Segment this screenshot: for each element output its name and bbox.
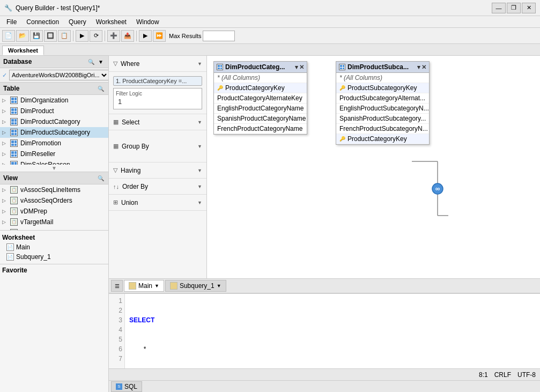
table-item-dimproductcategory[interactable]: ▷ DimProductCategory <box>0 116 108 127</box>
table-icon-dimproductsubcat <box>10 128 18 137</box>
t1-productcategorykey[interactable]: 🔑 ProductCategoryKey <box>214 83 307 93</box>
toolbar-exec[interactable]: ▶ <box>139 30 152 42</box>
t1-englishname[interactable]: EnglishProductCategoryName <box>214 103 307 114</box>
having-dropdown-icon[interactable]: ▼ <box>197 168 202 173</box>
menu-worksheet[interactable]: Worksheet <box>92 17 131 27</box>
select-dropdown-icon[interactable]: ▼ <box>197 120 202 125</box>
table-item-dimreseller[interactable]: ▷ DimReseller <box>0 149 108 159</box>
view-item-vassocseqlineitems[interactable]: ▷ 📋 vAssocSeqLineItems <box>0 184 108 195</box>
left-panel: Database 🔍 ▼ ✓ AdventureWorksDW2008BigOr… <box>0 56 109 392</box>
minimize-button[interactable]: — <box>492 3 506 13</box>
table-item-dimpromotion[interactable]: ▷ DimPromotion <box>0 138 108 149</box>
sql-list-icon[interactable]: ☰ <box>111 280 123 292</box>
menu-connection[interactable]: Connection <box>22 17 63 27</box>
table-header-dimproductsubcategory: DimProductSubca... ▾ ✕ <box>336 62 429 73</box>
ws-icon-subquery: 📄 <box>6 253 14 261</box>
subquery-tab-dropdown[interactable]: ▼ <box>217 283 221 289</box>
subquery-tab-icon <box>170 282 177 290</box>
select-clause-item[interactable]: ▦ Select ▼ <box>109 114 206 130</box>
sql-tab-subquery1[interactable]: Subquery_1 ▼ <box>165 280 226 292</box>
table-close-t1[interactable]: ✕ <box>299 64 304 71</box>
sql-text-area[interactable]: SELECT * FROM [AdventureWorksDW2008BigOr… <box>125 294 540 368</box>
diagram-area: ∞ DimProductCateg... ▾ ✕ <box>207 56 540 278</box>
groupby-dropdown-icon[interactable]: ▼ <box>197 144 202 149</box>
table-collapse-t2[interactable]: ▾ <box>417 64 420 71</box>
table-collapse-t1[interactable]: ▾ <box>295 64 298 71</box>
t1-alternatekey[interactable]: ProductCategoryAlternateKey <box>214 93 307 103</box>
view-item-vassocseqorders[interactable]: ▷ 📋 vAssocSeqOrders <box>0 195 108 206</box>
tab-worksheet[interactable]: Worksheet <box>2 46 44 55</box>
sql-editor: 1 2 3 4 5 6 7 SELECT * FROM [AdventureWo… <box>109 293 540 368</box>
orderby-clause-item[interactable]: ↑↓ Order By ▼ <box>109 179 206 195</box>
toolbar-open[interactable]: 📂 <box>16 30 29 42</box>
t2-productsubcategorykey[interactable]: 🔑 ProductSubcategoryKey <box>336 83 429 93</box>
table-name-dimreseller: DimReseller <box>20 150 55 158</box>
worksheet-item-subquery1[interactable]: 📄 Subquery_1 <box>2 252 106 262</box>
toolbar-exec2[interactable]: ⏩ <box>153 30 166 42</box>
key-icon-t1: 🔑 <box>217 85 223 91</box>
worksheet-header: Worksheet <box>2 233 106 242</box>
union-clause-item[interactable]: ⊞ Union ▼ <box>109 195 206 211</box>
toolbar-remove-table[interactable]: 📤 <box>121 30 134 42</box>
t2-frenchname[interactable]: FrenchProductSubcategoryN... <box>336 124 429 134</box>
db-dropdown[interactable]: AdventureWorksDW2008BigOri... <box>9 70 109 80</box>
having-clause-item[interactable]: ▽ Having ▼ <box>109 162 206 179</box>
table-search-icon[interactable]: 🔍 <box>97 84 105 93</box>
favorite-label: Favorite <box>2 267 27 274</box>
t2-englishname[interactable]: EnglishProductSubcategoryN... <box>336 103 429 114</box>
toolbar-save[interactable]: 💾 <box>30 30 43 42</box>
t2-spanishname[interactable]: SpanishProductSubcategory... <box>336 114 429 124</box>
toolbar-btn4[interactable]: 🔲 <box>44 30 57 42</box>
table-item-dimorganization[interactable]: ▷ DimOrganization <box>0 95 108 106</box>
t2-productcategorykey-fk[interactable]: 🔑 ProductCategoryKey <box>336 134 429 144</box>
view-search-icon[interactable]: 🔍 <box>97 174 105 182</box>
scroll-down-icon[interactable]: ▼ <box>51 165 57 171</box>
view-tree: ▷ 📋 vAssocSeqLineItems ▷ 📋 vAssocSeqOrde… <box>0 184 108 230</box>
view-item-vtargetmail[interactable]: ▷ 📋 vTargetMail <box>0 217 108 227</box>
sql-tab-main[interactable]: Main ▼ <box>124 280 164 292</box>
db-expand-icon[interactable]: ▼ <box>97 57 105 66</box>
db-search-icon[interactable]: 🔍 <box>87 57 95 66</box>
restore-button[interactable]: ❐ <box>507 3 521 13</box>
menu-window[interactable]: Window <box>132 17 164 27</box>
toolbar-btn5[interactable]: 📋 <box>58 30 71 42</box>
groupby-label: Group By <box>122 143 149 150</box>
where-clause-item[interactable]: ▽ Where ▼ <box>109 56 206 72</box>
ws-name-subquery: Subquery_1 <box>16 253 51 261</box>
main-tab-dropdown[interactable]: ▼ <box>154 283 159 289</box>
close-button[interactable]: ✕ <box>522 3 536 13</box>
menu-query[interactable]: Query <box>64 17 91 27</box>
view-item-vdmprep[interactable]: ▷ 📋 vDMPrep <box>0 206 108 217</box>
max-results-input[interactable] <box>203 31 235 41</box>
where-dropdown-icon[interactable]: ▼ <box>197 61 202 66</box>
toolbar-stop[interactable]: ⟳ <box>90 30 102 42</box>
toolbar-add-table[interactable]: ➕ <box>107 30 120 42</box>
table-item-dimproduct[interactable]: ▷ DimProduct <box>0 106 108 116</box>
table-item-dimsalesreason[interactable]: ▷ DimSalesReason <box>0 159 108 165</box>
table-box-dimproductsubcategory: DimProductSubca... ▾ ✕ * (All Columns) 🔑… <box>336 61 430 145</box>
table-item-dimproductsubcategory[interactable]: ▷ DimProductSubcategory <box>0 127 108 138</box>
t1-spanishname[interactable]: SpanishProductCategoryName <box>214 114 307 124</box>
toolbar-run[interactable]: ▶ <box>76 30 88 42</box>
table-close-t2[interactable]: ✕ <box>421 64 426 71</box>
t1-frenchname[interactable]: FrenchProductCategoryName <box>214 124 307 134</box>
encoding: UTF-8 <box>517 371 536 379</box>
table-title-dimproductcategory: DimProductCateg... <box>225 63 285 71</box>
toolbar-new[interactable]: 📄 <box>2 30 15 42</box>
view-icon-v4: 📋 <box>10 218 18 226</box>
table-icon-dimsalesreason <box>10 160 18 165</box>
union-dropdown-icon[interactable]: ▼ <box>197 200 202 205</box>
menu-file[interactable]: File <box>2 17 21 27</box>
ws-icon-main: 📄 <box>6 243 14 251</box>
table-label: Table <box>3 85 19 92</box>
table-icon-dimproductcat <box>10 117 18 126</box>
groupby-clause-item[interactable]: ▦ Group By ▼ <box>109 130 206 162</box>
sql-button[interactable]: S SQL <box>111 381 142 392</box>
t2-alternatekey[interactable]: ProductSubcategoryAlternat... <box>336 93 429 103</box>
table-name-dimorg: DimOrganization <box>20 97 68 104</box>
filter-logic-label: Filter Logic <box>116 91 199 97</box>
worksheet-item-main[interactable]: 📄 Main <box>2 242 106 252</box>
key-icon-t2: 🔑 <box>339 85 345 91</box>
orderby-dropdown-icon[interactable]: ▼ <box>197 184 202 189</box>
statusbar: 8:1 CRLF UTF-8 <box>109 368 540 380</box>
